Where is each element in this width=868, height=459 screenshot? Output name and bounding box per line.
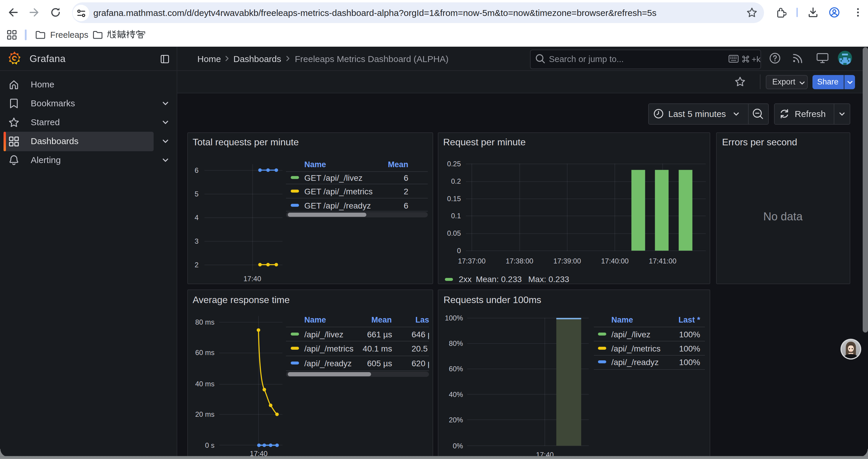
svg-text:2xx: 2xx (459, 275, 471, 284)
svg-text:3: 3 (195, 237, 198, 245)
svg-text:100%: 100% (445, 314, 463, 322)
svg-text:17:40: 17:40 (243, 275, 261, 283)
svg-text:40 ms: 40 ms (195, 380, 215, 388)
svg-text:60%: 60% (448, 365, 463, 373)
svg-text:0.1: 0.1 (451, 212, 461, 220)
svg-text:0%: 0% (453, 442, 463, 450)
svg-text:20%: 20% (448, 416, 463, 424)
svg-text:0.15: 0.15 (447, 195, 461, 203)
svg-text:17:41:00: 17:41:00 (649, 257, 676, 265)
svg-text:0.05: 0.05 (447, 229, 461, 237)
svg-text:0.2: 0.2 (451, 177, 461, 185)
svg-text:17:38:00: 17:38:00 (505, 257, 533, 265)
svg-text:4: 4 (195, 214, 198, 222)
svg-text:2: 2 (195, 261, 198, 269)
svg-text:40%: 40% (448, 391, 463, 398)
svg-text:6: 6 (195, 166, 198, 174)
svg-text:Max: 0.233: Max: 0.233 (528, 275, 569, 284)
svg-text:5: 5 (195, 190, 198, 198)
svg-text:20 ms: 20 ms (195, 410, 215, 418)
svg-text:Mean: 0.233: Mean: 0.233 (476, 275, 522, 284)
svg-text:0 s: 0 s (205, 441, 215, 449)
svg-text:80%: 80% (448, 339, 463, 347)
svg-text:17:40:00: 17:40:00 (601, 257, 628, 265)
svg-text:60 ms: 60 ms (195, 349, 215, 357)
svg-text:17:39:00: 17:39:00 (553, 257, 581, 265)
svg-text:80 ms: 80 ms (195, 318, 215, 326)
svg-text:0.25: 0.25 (447, 160, 461, 168)
svg-text:17:37:00: 17:37:00 (458, 257, 485, 265)
svg-text:0: 0 (457, 247, 461, 255)
